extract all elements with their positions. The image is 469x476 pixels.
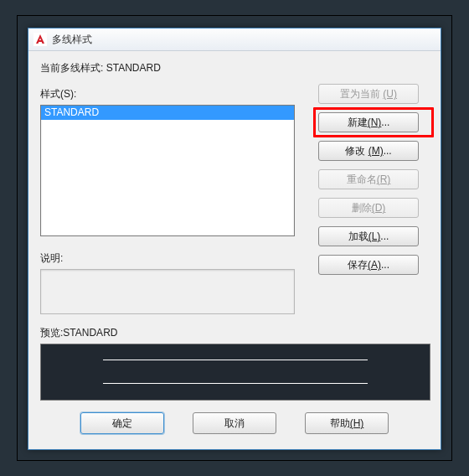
modify-mnemonic: (M) bbox=[368, 145, 384, 157]
set-current-text: 置为当前 bbox=[340, 88, 383, 100]
ok-text: 确定 bbox=[112, 417, 132, 429]
current-style-prefix: 当前多线样式: bbox=[40, 62, 103, 74]
preview-line-bottom bbox=[103, 383, 368, 384]
load-text: 加载 bbox=[348, 230, 368, 242]
set-current-button[interactable]: 置为当前 (U) bbox=[318, 84, 419, 104]
dialog-title: 多线样式 bbox=[52, 33, 92, 47]
multiline-style-dialog: 多线样式 当前多线样式: STANDARD 样式(S): STANDARD 说明… bbox=[28, 28, 441, 450]
preview-prefix: 预览: bbox=[40, 327, 63, 339]
load-mnemonic: (L) bbox=[368, 230, 381, 242]
side-button-column: 置为当前 (U) 新建(N)... 修改 (M)... 重命名(R) bbox=[318, 84, 429, 275]
modify-text: 修改 bbox=[345, 145, 368, 157]
bottom-button-row: 确定 取消 帮助(H) bbox=[40, 412, 429, 434]
set-current-mnemonic: (U) bbox=[383, 88, 397, 100]
app-backdrop: 多线样式 当前多线样式: STANDARD 样式(S): STANDARD 说明… bbox=[17, 15, 452, 461]
rename-button[interactable]: 重命名(R) bbox=[318, 169, 419, 189]
description-textbox[interactable] bbox=[40, 269, 295, 314]
delete-text: 删除 bbox=[352, 202, 372, 214]
current-style-label: 当前多线样式: STANDARD bbox=[40, 61, 429, 75]
preview-canvas bbox=[40, 344, 430, 401]
preview-value: STANDARD bbox=[63, 327, 117, 339]
delete-mnemonic: (D) bbox=[372, 202, 386, 214]
preview-label: 预览:STANDARD bbox=[40, 326, 429, 340]
cancel-text: 取消 bbox=[224, 417, 245, 429]
save-button[interactable]: 保存(A)... bbox=[318, 255, 419, 275]
new-text: 新建 bbox=[348, 116, 368, 128]
current-style-value: STANDARD bbox=[106, 62, 161, 74]
save-suffix: ... bbox=[381, 259, 389, 271]
save-text: 保存 bbox=[348, 259, 368, 271]
help-button[interactable]: 帮助(H) bbox=[305, 412, 389, 434]
cancel-button[interactable]: 取消 bbox=[193, 412, 276, 434]
save-mnemonic: (A) bbox=[368, 259, 381, 271]
new-button[interactable]: 新建(N)... bbox=[318, 112, 419, 132]
titlebar: 多线样式 bbox=[28, 28, 441, 51]
rename-mnemonic: (R) bbox=[377, 173, 391, 185]
modify-suffix: ... bbox=[384, 145, 392, 157]
annotation-highlight: 新建(N)... bbox=[313, 107, 434, 137]
app-icon bbox=[34, 33, 47, 46]
load-button[interactable]: 加载(L)... bbox=[318, 226, 419, 246]
styles-label: 样式(S): bbox=[40, 87, 303, 101]
new-suffix: ... bbox=[381, 116, 389, 128]
styles-list-item[interactable]: STANDARD bbox=[41, 106, 294, 120]
new-mnemonic: (N) bbox=[368, 116, 382, 128]
modify-button[interactable]: 修改 (M)... bbox=[318, 141, 419, 161]
rename-text: 重命名 bbox=[347, 173, 377, 185]
description-label: 说明: bbox=[40, 251, 303, 266]
help-mnemonic: (H) bbox=[350, 417, 364, 429]
delete-button[interactable]: 删除(D) bbox=[318, 198, 419, 218]
help-text: 帮助 bbox=[330, 417, 350, 429]
dialog-content: 当前多线样式: STANDARD 样式(S): STANDARD 说明: 置为当… bbox=[28, 51, 441, 432]
styles-listbox[interactable]: STANDARD bbox=[40, 105, 295, 236]
ok-button[interactable]: 确定 bbox=[80, 412, 164, 434]
load-suffix: ... bbox=[380, 230, 389, 242]
preview-line-top bbox=[103, 360, 368, 360]
